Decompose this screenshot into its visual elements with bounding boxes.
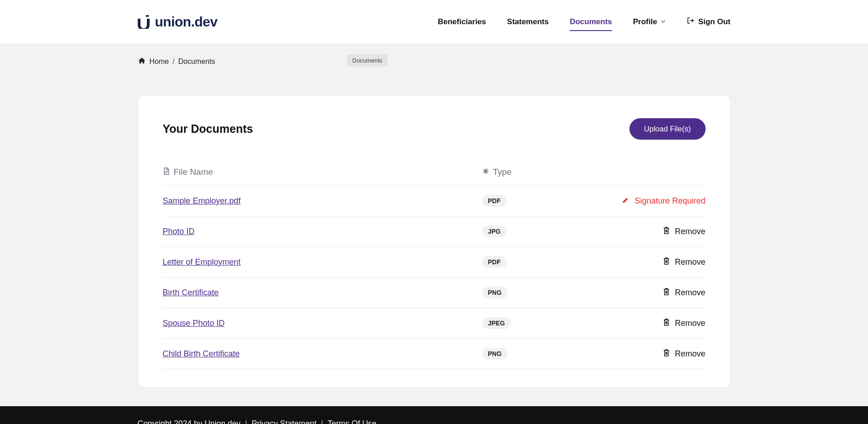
breadcrumb-current: Documents [178,58,215,66]
row-action: Remove [601,318,706,329]
file-type-badge: PDF [482,256,507,268]
nav-beneficiaries[interactable]: Beneficiaries [438,15,486,29]
trash-icon [663,257,670,267]
footer-separator: | [245,419,247,424]
page-title: Your Documents [163,122,253,136]
asterisk-icon [482,167,489,177]
col-type-label: Type [493,167,512,177]
row-action: Signature Required [601,196,706,206]
upload-files-button[interactable]: Upload File(s) [629,118,706,140]
documents-table: File Name Type Sample Employer.pdf PDF S… [163,167,706,369]
chevron-down-icon [661,19,665,25]
nav-profile[interactable]: Profile [633,15,665,29]
nav-signout[interactable]: Sign Out [686,14,731,30]
table-row: Sample Employer.pdf PDF Signature Requir… [163,186,706,216]
file-link[interactable]: Child Birth Certificate [163,349,240,359]
home-icon [138,57,146,67]
file-type-badge: PNG [482,287,508,298]
breadcrumb-home[interactable]: Home [150,58,169,66]
breadcrumb: Home / Documents [138,57,215,67]
trash-icon [663,288,670,298]
breadcrumb-separator: / [172,58,174,66]
table-row: Letter of Employment PDF Remove [163,247,706,277]
file-type-badge: JPEG [482,317,511,329]
file-icon [163,167,170,177]
breadcrumb-row: Home / Documents Documents [138,44,731,76]
table-row: Birth Certificate PNG Remove [163,277,706,308]
tooltip-badge: Documents [348,55,388,66]
file-type-badge: PNG [482,348,508,360]
row-action: Remove [601,257,706,267]
remove-link[interactable]: Remove [601,318,706,329]
footer-terms-link[interactable]: Terms Of Use [327,419,376,424]
trash-icon [663,349,670,359]
footer-separator: | [321,419,323,424]
remove-link[interactable]: Remove [601,226,706,237]
file-link[interactable]: Birth Certificate [163,288,219,298]
signout-icon [686,16,695,27]
file-link[interactable]: Letter of Employment [163,257,241,267]
row-action: Remove [601,349,706,359]
trash-icon [663,318,670,329]
row-action: Remove [601,288,706,298]
footer-copyright: Copyright 2024 by Union.dev [138,419,241,424]
table-row: Child Birth Certificate PNG Remove [163,339,706,369]
main-nav: Beneficiaries Statements Documents Profi… [438,14,731,30]
nav-statements[interactable]: Statements [507,15,549,29]
file-link[interactable]: Sample Employer.pdf [163,196,241,206]
row-action: Remove [601,226,706,237]
remove-link[interactable]: Remove [601,257,706,267]
file-link[interactable]: Photo ID [163,227,195,236]
signature-icon [622,196,630,206]
table-header: File Name Type [163,167,706,186]
file-type-badge: PDF [482,195,507,207]
brand-logo[interactable]: union.dev [138,14,218,30]
brand-name: union.dev [155,14,218,30]
table-row: Photo ID JPG Remove [163,216,706,247]
file-link[interactable]: Spouse Photo ID [163,319,225,328]
remove-link[interactable]: Remove [601,349,706,359]
file-type-badge: JPG [482,225,507,237]
footer-privacy-link[interactable]: Privacy Statement [252,419,317,424]
trash-icon [663,226,670,237]
col-file-label: File Name [174,167,213,177]
table-row: Spouse Photo ID JPEG Remove [163,308,706,339]
remove-link[interactable]: Remove [601,288,706,298]
brand-logo-icon [138,15,150,29]
app-footer: Copyright 2024 by Union.dev | Privacy St… [0,406,868,424]
app-header: union.dev Beneficiaries Statements Docum… [0,0,868,44]
signature-required-link[interactable]: Signature Required [601,196,706,206]
documents-card: Your Documents Upload File(s) File Name [138,95,731,388]
nav-documents[interactable]: Documents [570,15,612,29]
